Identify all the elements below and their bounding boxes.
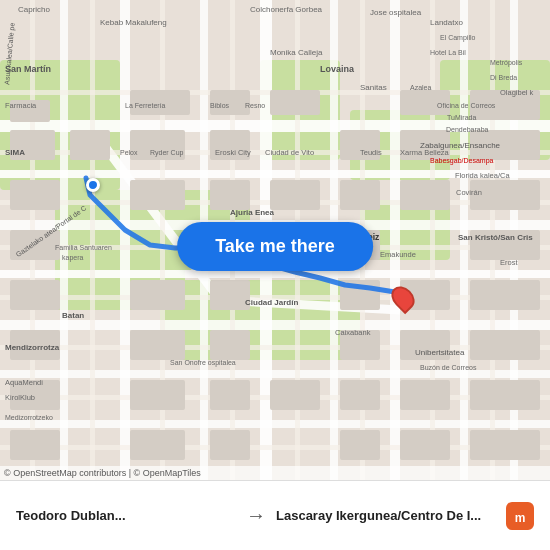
route-to: Lascaray Ikergunea/Centro De I... <box>276 508 496 523</box>
moovit-logo-icon: m <box>506 502 534 530</box>
destination-marker <box>393 285 413 311</box>
bottom-bar: Teodoro Dublan... → Lascaray Ikergunea/C… <box>0 480 550 550</box>
svg-text:m: m <box>515 511 526 525</box>
take-me-there-button[interactable]: Take me there <box>177 222 373 271</box>
route-from-name: Teodoro Dublan... <box>16 508 236 523</box>
route-to-name: Lascaray Ikergunea/Centro De I... <box>276 508 496 523</box>
origin-marker <box>86 178 100 192</box>
route-arrow: → <box>246 504 266 527</box>
map-container: Capricho Kebab Makalufeng Colchonerfa Go… <box>0 0 550 480</box>
moovit-logo: m <box>506 502 534 530</box>
map-copyright: © OpenStreetMap contributors | © OpenMap… <box>0 466 550 480</box>
route-from: Teodoro Dublan... <box>16 508 236 523</box>
